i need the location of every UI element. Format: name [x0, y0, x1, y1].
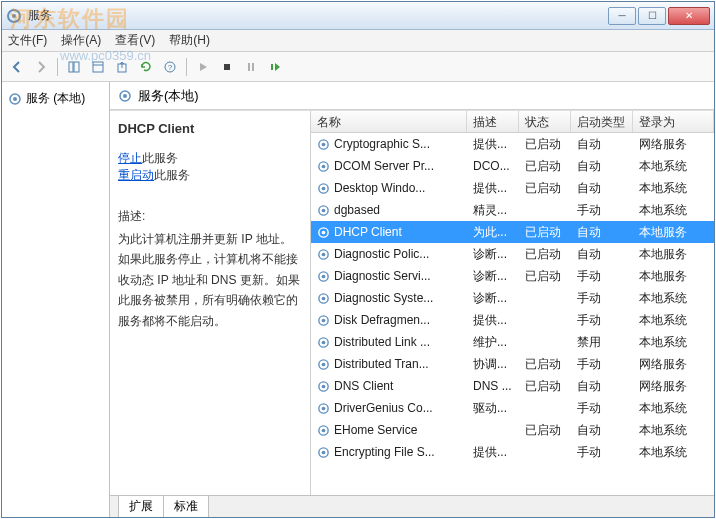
- service-row[interactable]: Diagnostic Syste...诊断...手动本地系统: [311, 287, 714, 309]
- cell-start: 自动: [571, 180, 633, 197]
- detail-column: DHCP Client 停止此服务 重启动此服务 描述: 为此计算机注册并更新 …: [110, 111, 310, 495]
- cell-start: 手动: [571, 202, 633, 219]
- cell-logon: 本地系统: [633, 400, 714, 417]
- gear-icon: [317, 402, 330, 415]
- gear-icon: [317, 182, 330, 195]
- col-name[interactable]: 名称: [311, 111, 467, 132]
- gear-icon: [317, 270, 330, 283]
- toolbar: ?: [2, 52, 714, 82]
- menu-action[interactable]: 操作(A): [61, 32, 101, 49]
- titlebar: 服务 ─ ☐ ✕: [2, 2, 714, 30]
- svg-point-20: [322, 164, 326, 168]
- cell-name: dgbased: [311, 203, 467, 217]
- cell-desc: 协调...: [467, 356, 519, 373]
- gear-icon: [118, 89, 132, 103]
- svg-point-28: [322, 252, 326, 256]
- cell-start: 自动: [571, 246, 633, 263]
- gear-icon: [317, 204, 330, 217]
- service-row[interactable]: DCOM Server Pr...DCO...已启动自动本地系统: [311, 155, 714, 177]
- cell-name: Distributed Link ...: [311, 335, 467, 349]
- pause-service-button[interactable]: [240, 56, 262, 78]
- gear-icon: [317, 292, 330, 305]
- cell-logon: 网络服务: [633, 378, 714, 395]
- restart-suffix: 此服务: [154, 168, 190, 182]
- show-hide-button[interactable]: [63, 56, 85, 78]
- service-row[interactable]: Distributed Tran...协调...已启动手动网络服务: [311, 353, 714, 375]
- cell-name: Desktop Windo...: [311, 181, 467, 195]
- detail-actions: 停止此服务 重启动此服务: [118, 150, 302, 184]
- cell-desc: DNS ...: [467, 379, 519, 393]
- view-tabs: 扩展 标准: [110, 495, 714, 517]
- stop-service-button[interactable]: [216, 56, 238, 78]
- cell-name: Cryptographic S...: [311, 137, 467, 151]
- properties-button[interactable]: [87, 56, 109, 78]
- restart-service-link[interactable]: 重启动: [118, 168, 154, 182]
- service-row[interactable]: Desktop Windo...提供...已启动自动本地系统: [311, 177, 714, 199]
- export-button[interactable]: [111, 56, 133, 78]
- service-row[interactable]: DHCP Client为此...已启动自动本地服务: [311, 221, 714, 243]
- restart-service-button[interactable]: [264, 56, 286, 78]
- back-button[interactable]: [6, 56, 28, 78]
- right-header: 服务(本地): [110, 82, 714, 110]
- cell-desc: 为此...: [467, 224, 519, 241]
- cell-name: DHCP Client: [311, 225, 467, 239]
- window-title: 服务: [28, 7, 608, 24]
- close-button[interactable]: ✕: [668, 7, 710, 25]
- cell-logon: 本地服务: [633, 224, 714, 241]
- service-row[interactable]: Diagnostic Servi...诊断...已启动手动本地服务: [311, 265, 714, 287]
- col-start[interactable]: 启动类型: [571, 111, 633, 132]
- cell-logon: 本地系统: [633, 180, 714, 197]
- gear-icon: [8, 92, 22, 106]
- help-button[interactable]: ?: [159, 56, 181, 78]
- cell-desc: 诊断...: [467, 246, 519, 263]
- cell-logon: 网络服务: [633, 356, 714, 373]
- svg-text:?: ?: [168, 63, 173, 72]
- service-row[interactable]: Disk Defragmen...提供...手动本地系统: [311, 309, 714, 331]
- cell-logon: 网络服务: [633, 136, 714, 153]
- cell-status: 已启动: [519, 422, 571, 439]
- right-pane: 服务(本地) DHCP Client 停止此服务 重启动此服务 描述: 为此计算…: [110, 82, 714, 517]
- service-row[interactable]: EHome Service已启动自动本地系统: [311, 419, 714, 441]
- service-row[interactable]: DriverGenius Co...驱动...手动本地系统: [311, 397, 714, 419]
- service-row[interactable]: Cryptographic S...提供...已启动自动网络服务: [311, 133, 714, 155]
- service-row[interactable]: Diagnostic Polic...诊断...已启动自动本地服务: [311, 243, 714, 265]
- service-row[interactable]: Distributed Link ...维护...禁用本地系统: [311, 331, 714, 353]
- tree-item-services-local[interactable]: 服务 (本地): [6, 88, 105, 109]
- menu-view[interactable]: 查看(V): [115, 32, 155, 49]
- cell-name: Disk Defragmen...: [311, 313, 467, 327]
- svg-point-32: [322, 296, 326, 300]
- cell-desc: 诊断...: [467, 268, 519, 285]
- cell-start: 手动: [571, 400, 633, 417]
- tab-extended[interactable]: 扩展: [118, 496, 164, 517]
- cell-logon: 本地系统: [633, 290, 714, 307]
- maximize-button[interactable]: ☐: [638, 7, 666, 25]
- cell-desc: 提供...: [467, 136, 519, 153]
- col-logon[interactable]: 登录为: [633, 111, 714, 132]
- stop-service-link[interactable]: 停止: [118, 151, 142, 165]
- cell-start: 自动: [571, 378, 633, 395]
- col-desc[interactable]: 描述: [467, 111, 519, 132]
- col-status[interactable]: 状态: [519, 111, 571, 132]
- cell-desc: 提供...: [467, 444, 519, 461]
- menu-file[interactable]: 文件(F): [8, 32, 47, 49]
- cell-name: Distributed Tran...: [311, 357, 467, 371]
- minimize-button[interactable]: ─: [608, 7, 636, 25]
- svg-point-24: [322, 208, 326, 212]
- cell-name: Diagnostic Servi...: [311, 269, 467, 283]
- refresh-button[interactable]: [135, 56, 157, 78]
- cell-logon: 本地系统: [633, 312, 714, 329]
- start-service-button[interactable]: [192, 56, 214, 78]
- service-row[interactable]: DNS ClientDNS ...已启动自动网络服务: [311, 375, 714, 397]
- forward-button[interactable]: [30, 56, 52, 78]
- service-row[interactable]: dgbased精灵...手动本地系统: [311, 199, 714, 221]
- tab-standard[interactable]: 标准: [163, 496, 209, 517]
- svg-rect-10: [248, 63, 250, 71]
- cell-name: Diagnostic Syste...: [311, 291, 467, 305]
- window-buttons: ─ ☐ ✕: [608, 7, 710, 25]
- svg-rect-9: [224, 64, 230, 70]
- gear-icon: [317, 160, 330, 173]
- service-row[interactable]: Encrypting File S...提供...手动本地系统: [311, 441, 714, 463]
- svg-point-46: [322, 450, 326, 454]
- list-rows[interactable]: Cryptographic S...提供...已启动自动网络服务DCOM Ser…: [311, 133, 714, 495]
- menu-help[interactable]: 帮助(H): [169, 32, 210, 49]
